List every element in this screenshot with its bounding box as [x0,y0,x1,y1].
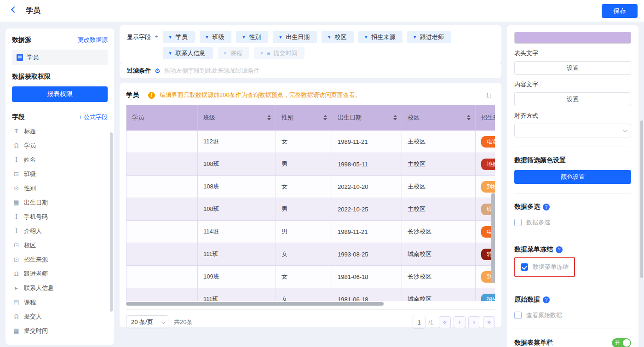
display-field-tag[interactable]: ▼ ≡ 提交时间 [254,47,305,59]
back-icon[interactable] [11,6,17,13]
help-icon[interactable]: ? [543,204,550,210]
change-datasource-link[interactable]: 更改数据源 [78,36,108,44]
table-row[interactable]: 111班 女 1981-06-18 城南校区 招生 [126,288,495,301]
field-item-label: 学员 [24,142,36,150]
field-item[interactable]: ▸ 联系人信息 [12,281,108,295]
help-icon[interactable]: ? [543,296,550,303]
column-label: 出生日期 [338,114,362,122]
table-row[interactable]: 109班 女 1981-06-18 长沙校区 到校 [126,266,495,288]
page-total-label: /1 [428,319,433,326]
table-vertical-scrollbar[interactable] [491,193,495,283]
caret-down-icon: ▼ [223,51,227,56]
next-page-button[interactable]: › [468,316,480,328]
align-select[interactable] [514,124,631,137]
display-field-tag[interactable]: ▼ ≡ 性别 [236,31,268,43]
table-row[interactable]: 108班 男 2022-10-25 主校区 线上 [126,198,495,221]
table-row[interactable]: 111班 女 1993-08-25 城南校区 转介 [126,243,495,266]
table-row[interactable]: 108班 男 1998-05-11 主校区 地推 [126,153,495,176]
display-field-tag[interactable]: ▼ ≡ 班级 [200,31,232,43]
table-row[interactable]: 108班 女 2022-10-20 主校区 到校 [126,176,495,198]
field-item[interactable]: I 介绍人 [12,224,108,238]
table-row[interactable]: 112班 女 1989-11-21 主校区 电话 [126,131,495,153]
display-field-tag[interactable]: ▼ ≡ 课程 [218,47,250,59]
page-size-select[interactable]: 20 条/页 [126,315,168,329]
prev-page-button[interactable]: ‹ [454,316,466,328]
gear-icon[interactable]: ⚙ [155,67,161,74]
menu-bar-toggle[interactable]: 开 [612,338,631,347]
fields-scrollbar[interactable] [110,132,113,312]
last-page-button[interactable]: » [483,316,495,328]
field-item-label: 介绍人 [24,227,42,235]
cell-class: 109班 [198,266,276,288]
cell-class: 108班 [198,198,276,220]
field-item[interactable]: ⊙ 性别 [12,181,108,195]
table-header-cell[interactable]: 学员 [126,105,198,131]
field-item[interactable]: Ω 学员 [12,138,108,153]
column-sort-icon[interactable] [323,115,327,120]
field-item-label: 招生来源 [24,256,48,264]
column-sort-icon[interactable] [393,115,397,120]
display-field-tag[interactable]: ▼ ≡ 联系人信息 [163,47,213,59]
column-sort-icon[interactable] [467,115,471,120]
field-item[interactable]: Ω 提交人 [12,309,108,324]
first-page-button[interactable]: « [439,316,451,328]
preview-warning-text: 编辑界面只取数据源前200条作为查询数据预览，完整数据请访问页面查看。 [160,91,361,99]
table-row[interactable]: 114班 男 1989-11-21 长沙校区 电话 [126,221,495,243]
numeric-sort-icon[interactable]: 1↓ [483,91,495,100]
permission-title: 数据获取权限 [12,73,108,81]
page-number-input[interactable]: 1 [413,316,426,329]
field-item[interactable]: Ω 跟进老师 [12,267,108,281]
display-field-tag[interactable]: ▼ ≡ 招生来源 [358,31,402,43]
header-text-settings-button[interactable]: 设置 [514,61,631,75]
header-color-swatch[interactable] [514,32,631,44]
cell-student [126,131,198,153]
caret-down-icon: ▼ [168,35,172,40]
horizontal-scrollbar-thumb[interactable] [126,302,384,306]
multi-select-checkbox[interactable] [514,219,522,226]
caret-down-icon: ▼ [205,35,209,40]
field-item[interactable]: I 手机号码 [12,210,108,224]
add-display-field-button[interactable]: + [155,33,158,40]
field-item[interactable]: ▦ 出生日期 [12,195,108,210]
field-item[interactable]: ⊡ 班级 [12,167,108,181]
table-header-cell[interactable]: 班级 [198,105,276,131]
display-field-tag[interactable]: ▼ ≡ 学员 [163,31,195,43]
display-field-tag-label: 学员 [176,33,188,41]
page-scrollbar[interactable] [640,120,643,278]
column-sort-icon[interactable] [267,115,271,120]
field-item[interactable]: ⊡ 招生来源 [12,252,108,267]
report-permission-button[interactable]: 报表权限 [12,86,108,102]
datasource-item[interactable]: 学员 [12,50,108,65]
cell-student [126,288,198,301]
raw-data-checkbox[interactable] [514,312,522,319]
field-item[interactable]: I 姓名 [12,153,108,167]
menu-freeze-checkbox[interactable] [521,263,528,271]
cell-campus: 长沙校区 [402,266,476,288]
field-item[interactable]: ▦ 提交时间 [12,324,108,338]
field-item[interactable]: Ŧ 标题 [12,124,108,138]
table-header-cell[interactable]: 招生来源 [476,105,495,131]
raw-data-row: 查看原始数据 [514,311,631,319]
display-field-tag[interactable]: ▼ ≡ 跟进老师 [407,31,451,43]
field-item[interactable]: ▤ 课程 [12,295,108,309]
display-field-tag[interactable]: ▼ ≡ 出生日期 [273,31,317,43]
field-type-icon: ▤ [13,299,20,306]
content-text-label: 内容文字 [514,80,631,89]
menu-bar-title: 数据表菜单栏 [514,339,553,347]
cell-class: 108班 [198,176,276,198]
save-button[interactable]: 保存 [602,4,638,18]
help-icon[interactable]: ? [556,246,563,253]
color-settings-button[interactable]: 颜色设置 [514,170,631,184]
table-header-cell[interactable]: 校区 [402,105,476,131]
divider [514,286,631,286]
display-field-tag[interactable]: ▼ ≡ 校区 [322,31,354,43]
table-header-cell[interactable]: 性别 [276,105,332,131]
source-badge: 招生 [481,294,495,301]
field-type-icon: Ω [13,270,20,277]
datasource-title: 数据源 [12,36,31,44]
content-text-settings-button[interactable]: 设置 [514,92,631,106]
add-formula-field-link[interactable]: + 公式字段 [79,113,108,121]
table-header-cell[interactable]: 出生日期 [332,105,402,131]
field-item-label: 出生日期 [24,199,48,207]
field-item[interactable]: ⊡ 校区 [12,238,108,252]
